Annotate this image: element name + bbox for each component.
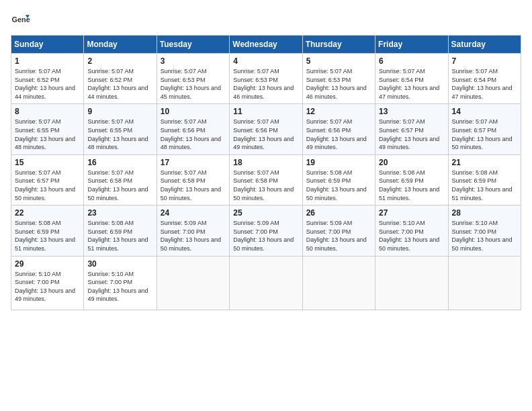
- day-info: Sunrise: 5:07 AMSunset: 6:53 PMDaylight:…: [306, 68, 367, 100]
- day-number: 27: [379, 208, 444, 218]
- day-info: Sunrise: 5:09 AMSunset: 7:00 PMDaylight:…: [306, 220, 367, 252]
- calendar-cell: 18 Sunrise: 5:07 AMSunset: 6:58 PMDaylig…: [230, 154, 302, 205]
- calendar-cell: [157, 256, 229, 310]
- calendar-cell: 2 Sunrise: 5:07 AMSunset: 6:52 PMDayligh…: [84, 54, 157, 104]
- calendar-cell: 21 Sunrise: 5:08 AMSunset: 6:59 PMDaylig…: [448, 154, 521, 205]
- day-info: Sunrise: 5:07 AMSunset: 6:56 PMDaylight:…: [161, 118, 221, 150]
- calendar-cell: [302, 256, 375, 310]
- day-number: 28: [452, 208, 517, 218]
- day-info: Sunrise: 5:07 AMSunset: 6:57 PMDaylight:…: [379, 118, 439, 150]
- day-info: Sunrise: 5:07 AMSunset: 6:56 PMDaylight:…: [306, 118, 367, 150]
- day-info: Sunrise: 5:07 AMSunset: 6:56 PMDaylight:…: [233, 118, 294, 150]
- calendar-cell: 12 Sunrise: 5:07 AMSunset: 6:56 PMDaylig…: [302, 104, 375, 154]
- calendar-cell: 16 Sunrise: 5:07 AMSunset: 6:58 PMDaylig…: [84, 154, 157, 205]
- calendar-cell: [375, 256, 448, 310]
- calendar-cell: 1 Sunrise: 5:07 AMSunset: 6:52 PMDayligh…: [11, 54, 84, 104]
- day-number: 26: [306, 208, 371, 218]
- day-info: Sunrise: 5:07 AMSunset: 6:57 PMDaylight:…: [15, 169, 75, 201]
- calendar-cell: 17 Sunrise: 5:07 AMSunset: 6:58 PMDaylig…: [157, 154, 229, 205]
- logo-icon: General: [11, 11, 30, 30]
- weekday-header-tuesday: Tuesday: [157, 36, 229, 54]
- calendar-cell: 3 Sunrise: 5:07 AMSunset: 6:53 PMDayligh…: [157, 54, 229, 104]
- calendar-cell: 29 Sunrise: 5:10 AMSunset: 7:00 PMDaylig…: [11, 256, 84, 310]
- day-info: Sunrise: 5:10 AMSunset: 7:00 PMDaylight:…: [87, 271, 148, 303]
- day-number: 6: [379, 56, 444, 66]
- day-number: 5: [306, 56, 371, 66]
- day-number: 13: [379, 107, 444, 116]
- calendar-cell: 22 Sunrise: 5:08 AMSunset: 6:59 PMDaylig…: [11, 205, 84, 256]
- logo: General: [11, 11, 32, 30]
- calendar-cell: 7 Sunrise: 5:07 AMSunset: 6:54 PMDayligh…: [448, 54, 521, 104]
- day-info: Sunrise: 5:07 AMSunset: 6:54 PMDaylight:…: [379, 68, 439, 100]
- day-info: Sunrise: 5:08 AMSunset: 6:59 PMDaylight:…: [306, 169, 367, 201]
- day-number: 29: [15, 259, 80, 269]
- day-info: Sunrise: 5:08 AMSunset: 6:59 PMDaylight:…: [379, 169, 439, 201]
- calendar-cell: 23 Sunrise: 5:08 AMSunset: 6:59 PMDaylig…: [84, 205, 157, 256]
- weekday-header-saturday: Saturday: [448, 36, 521, 54]
- day-info: Sunrise: 5:07 AMSunset: 6:53 PMDaylight:…: [233, 68, 294, 100]
- day-info: Sunrise: 5:07 AMSunset: 6:58 PMDaylight:…: [233, 169, 294, 201]
- day-number: 23: [87, 208, 152, 218]
- day-info: Sunrise: 5:10 AMSunset: 7:00 PMDaylight:…: [379, 220, 439, 252]
- day-info: Sunrise: 5:07 AMSunset: 6:55 PMDaylight:…: [87, 118, 148, 150]
- weekday-header-sunday: Sunday: [11, 36, 84, 54]
- day-number: 22: [15, 208, 80, 218]
- calendar-cell: 19 Sunrise: 5:08 AMSunset: 6:59 PMDaylig…: [302, 154, 375, 205]
- day-number: 14: [452, 107, 517, 116]
- calendar-cell: 11 Sunrise: 5:07 AMSunset: 6:56 PMDaylig…: [230, 104, 302, 154]
- day-info: Sunrise: 5:09 AMSunset: 7:00 PMDaylight:…: [233, 220, 294, 252]
- day-number: 20: [379, 158, 444, 167]
- calendar-cell: 10 Sunrise: 5:07 AMSunset: 6:56 PMDaylig…: [157, 104, 229, 154]
- day-number: 21: [452, 158, 517, 167]
- day-number: 30: [87, 259, 152, 269]
- calendar-cell: 9 Sunrise: 5:07 AMSunset: 6:55 PMDayligh…: [84, 104, 157, 154]
- calendar-cell: 20 Sunrise: 5:08 AMSunset: 6:59 PMDaylig…: [375, 154, 448, 205]
- day-info: Sunrise: 5:07 AMSunset: 6:57 PMDaylight:…: [452, 118, 513, 150]
- calendar-cell: 5 Sunrise: 5:07 AMSunset: 6:53 PMDayligh…: [302, 54, 375, 104]
- calendar-cell: 24 Sunrise: 5:09 AMSunset: 7:00 PMDaylig…: [157, 205, 229, 256]
- day-number: 2: [87, 56, 152, 66]
- day-info: Sunrise: 5:08 AMSunset: 6:59 PMDaylight:…: [15, 220, 75, 252]
- day-info: Sunrise: 5:07 AMSunset: 6:53 PMDaylight:…: [161, 68, 221, 100]
- day-info: Sunrise: 5:07 AMSunset: 6:52 PMDaylight:…: [87, 68, 148, 100]
- day-number: 25: [233, 208, 298, 218]
- weekday-header-friday: Friday: [375, 36, 448, 54]
- day-number: 15: [15, 158, 80, 167]
- day-number: 3: [161, 56, 226, 66]
- calendar-cell: [230, 256, 302, 310]
- day-number: 12: [306, 107, 371, 116]
- day-info: Sunrise: 5:07 AMSunset: 6:58 PMDaylight:…: [87, 169, 148, 201]
- calendar-cell: 8 Sunrise: 5:07 AMSunset: 6:55 PMDayligh…: [11, 104, 84, 154]
- day-info: Sunrise: 5:07 AMSunset: 6:54 PMDaylight:…: [452, 68, 513, 100]
- calendar-cell: 14 Sunrise: 5:07 AMSunset: 6:57 PMDaylig…: [448, 104, 521, 154]
- day-info: Sunrise: 5:07 AMSunset: 6:58 PMDaylight:…: [161, 169, 221, 201]
- calendar-cell: 25 Sunrise: 5:09 AMSunset: 7:00 PMDaylig…: [230, 205, 302, 256]
- weekday-header-monday: Monday: [84, 36, 157, 54]
- calendar-cell: 27 Sunrise: 5:10 AMSunset: 7:00 PMDaylig…: [375, 205, 448, 256]
- day-info: Sunrise: 5:08 AMSunset: 6:59 PMDaylight:…: [87, 220, 148, 252]
- calendar: SundayMondayTuesdayWednesdayThursdayFrid…: [11, 35, 521, 310]
- day-number: 1: [15, 56, 80, 66]
- day-info: Sunrise: 5:09 AMSunset: 7:00 PMDaylight:…: [161, 220, 221, 252]
- day-number: 17: [161, 158, 226, 167]
- day-number: 4: [233, 56, 298, 66]
- day-number: 19: [306, 158, 371, 167]
- day-number: 16: [87, 158, 152, 167]
- day-number: 7: [452, 56, 517, 66]
- day-info: Sunrise: 5:07 AMSunset: 6:52 PMDaylight:…: [15, 68, 75, 100]
- weekday-header-thursday: Thursday: [302, 36, 375, 54]
- day-number: 9: [87, 107, 152, 116]
- day-number: 10: [161, 107, 226, 116]
- calendar-cell: 28 Sunrise: 5:10 AMSunset: 7:00 PMDaylig…: [448, 205, 521, 256]
- header: General: [11, 11, 521, 30]
- day-info: Sunrise: 5:07 AMSunset: 6:55 PMDaylight:…: [15, 118, 75, 150]
- day-info: Sunrise: 5:10 AMSunset: 7:00 PMDaylight:…: [15, 271, 75, 303]
- calendar-cell: 15 Sunrise: 5:07 AMSunset: 6:57 PMDaylig…: [11, 154, 84, 205]
- weekday-header-wednesday: Wednesday: [230, 36, 302, 54]
- day-number: 8: [15, 107, 80, 116]
- calendar-cell: 30 Sunrise: 5:10 AMSunset: 7:00 PMDaylig…: [84, 256, 157, 310]
- calendar-cell: 26 Sunrise: 5:09 AMSunset: 7:00 PMDaylig…: [302, 205, 375, 256]
- calendar-cell: 13 Sunrise: 5:07 AMSunset: 6:57 PMDaylig…: [375, 104, 448, 154]
- calendar-cell: 6 Sunrise: 5:07 AMSunset: 6:54 PMDayligh…: [375, 54, 448, 104]
- day-number: 24: [161, 208, 226, 218]
